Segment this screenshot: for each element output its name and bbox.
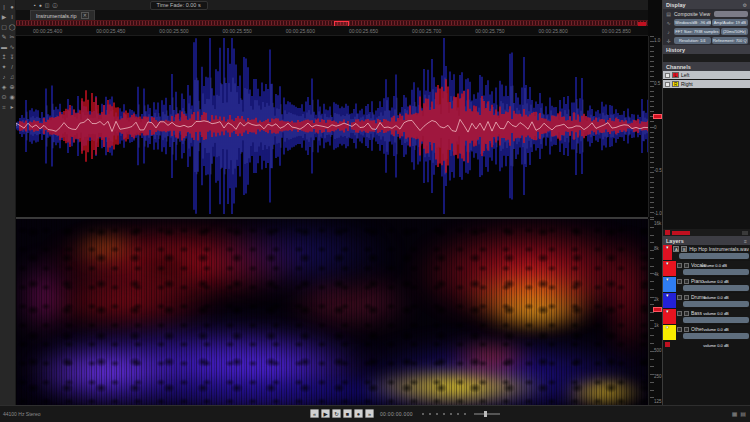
app-menu-icon[interactable]: ▪ [34,1,36,9]
layer-color-swatch[interactable]: ▾ [663,325,676,340]
file-color-swatch[interactable]: ▾ [663,245,672,260]
grid-tool-icon[interactable]: ⌗ [0,102,8,112]
ruler-tick [650,202,654,203]
info-icon[interactable]: ⓘ [53,1,58,9]
history-list[interactable] [663,54,750,62]
windows-db-button[interactable]: Windows/dB: -96 dB [674,19,711,26]
layer-volume-slider[interactable]: volume 0.0 dB [683,317,749,323]
note-icon[interactable]: ♪ [665,29,672,35]
marquee-tool-icon[interactable]: ▢ [0,22,8,32]
text-tool-icon[interactable]: I [8,12,16,22]
layer-row-piano[interactable]: ▾ Piano volume 0.0 dB [663,277,750,292]
scissors-tool-icon[interactable]: ✂ [8,32,16,42]
layer-volume-slider[interactable]: volume 0.0 dB [683,301,749,307]
time-label: 00:00:25.650 [349,28,378,34]
ruler-handle[interactable] [653,114,662,119]
layer-volume-slider[interactable]: volume 0.0 dB [683,333,749,339]
layer-color-swatch[interactable]: ▾ [663,309,676,324]
layer-solo-checkbox[interactable] [684,295,689,300]
chord-tool-icon[interactable]: ♫ [8,72,16,82]
layer-name: Piano [691,278,704,284]
slider-thumb[interactable] [484,411,487,417]
layer-row-vocals[interactable]: ▾ Vocals volume 0.0 dB [663,261,750,276]
resolution-button[interactable]: Resolution: 1/4 [674,37,711,44]
lasso-tool-icon[interactable]: ◯ [8,22,16,32]
file-volume-slider[interactable]: volume 0.0 dB [679,253,749,259]
record-dot-icon[interactable]: ● [39,1,42,9]
audition-tool-icon[interactable]: ◉ [8,92,16,102]
layer-color-swatch[interactable]: ▾ [663,293,676,308]
point-tool-icon[interactable]: ● [8,2,16,12]
channel-checkbox[interactable] [665,82,670,87]
layer-color-swatch[interactable]: ▾ [663,261,676,276]
layer-row-bass[interactable]: ▾ Bass volume 0.0 dB [663,309,750,324]
layer-mute-checkbox[interactable] [677,327,682,332]
stop-button[interactable]: ■ [343,409,352,418]
scroll-thumb[interactable] [742,231,748,235]
play-tool-icon[interactable]: ▸ [8,102,16,112]
fft-window-button[interactable]: (20ms/50Hz) [721,28,748,35]
channel-row-right[interactable]: R Right [663,80,750,88]
menu-icon[interactable]: ≡ [744,238,747,244]
layer-row-other[interactable]: ▾ Other volume 0.0 dB [663,325,750,340]
split-view-icon[interactable]: ◫ [45,1,50,9]
layer-mute-checkbox[interactable] [677,279,682,284]
list-view-icon[interactable]: ▤ [740,410,746,417]
layer-row-drums[interactable]: ▾ Drums volume 0.0 dB [663,293,750,308]
brush-tool-icon[interactable]: ✦ [0,62,8,72]
layer-volume-slider[interactable]: volume 0.0 dB [683,269,749,275]
monitor-icon[interactable]: ▤ [665,11,672,17]
eraser-tool-icon[interactable]: ▬ [0,42,8,52]
rewind-button[interactable]: « [310,409,319,418]
waveform-view[interactable] [16,36,648,217]
layer-solo-checkbox[interactable] [684,279,689,284]
focus-tool-icon[interactable]: ⊙ [0,92,8,102]
wave-tool-icon[interactable]: ∿ [8,42,16,52]
layer-solo-checkbox[interactable] [684,327,689,332]
layer-mute-checkbox[interactable] [677,311,682,316]
shift-down-tool-icon[interactable]: ↧ [8,52,16,62]
fft-size-button[interactable]: FFT Size: 7938 samples [674,28,720,35]
pencil-tool-icon[interactable]: ✎ [0,32,8,42]
zoom-tool-icon[interactable]: ⊕ [8,82,16,92]
layers-scroll-strip[interactable] [663,229,750,236]
slope-tool-icon[interactable]: / [8,62,16,72]
shift-up-tool-icon[interactable]: ↥ [0,52,8,62]
line-tool-icon[interactable]: | [0,2,8,12]
amplitude-ruler[interactable]: 1.00.50-0.5-1.0 [648,36,662,217]
source-file-row[interactable]: ▾ A B Hip Hop Instrumentals.wav volume 0… [663,245,750,260]
toggle-a-button[interactable]: A [673,246,679,252]
frequency-ruler[interactable]: 16k8k4k2k1k500250125 [648,219,662,405]
refinement-button[interactable]: Refinement: 700 Q [712,37,749,44]
hand-tool-icon[interactable]: ◈ [0,82,8,92]
tuning-icon[interactable]: ✛ [665,38,672,44]
note-tool-icon[interactable]: ♪ [0,72,8,82]
layer-mute-checkbox[interactable] [677,295,682,300]
cursor-tool-icon[interactable]: ▶ [0,12,8,22]
view-mode-dropdown[interactable] [714,11,748,17]
layer-volume-slider[interactable]: volume 0.0 dB [683,285,749,291]
timeline-ruler[interactable]: 00:00:25.400 00:00:25.450 00:00:25.500 0… [16,26,648,36]
record-button[interactable]: ● [354,409,363,418]
forward-button[interactable]: » [365,409,374,418]
channel-row-left[interactable]: L Left [663,71,750,79]
play-button[interactable]: ▶ [321,409,330,418]
amp-audio-button[interactable]: Amp/Audio: 19 dB [712,19,749,26]
layer-solo-checkbox[interactable] [684,311,689,316]
tab-instrumentals[interactable]: Instrumentals.rip ✕ [30,10,95,20]
time-fade-control[interactable]: Time Fade: 0.00 s [150,1,208,10]
gear-icon[interactable]: ⚙ [743,2,747,8]
toggle-b-button[interactable]: B [681,246,687,252]
layer-solo-checkbox[interactable] [684,263,689,268]
layer-mute-checkbox[interactable] [677,263,682,268]
loop-button[interactable]: ↻ [332,409,341,418]
grid-view-icon[interactable]: ▦ [732,410,738,417]
time-label: 00:00:25.500 [159,28,188,34]
ruler-handle[interactable] [653,307,662,312]
spectrogram-view[interactable] [16,219,648,405]
tab-close-icon[interactable]: ✕ [81,12,89,19]
layer-color-swatch[interactable]: ▾ [663,277,676,292]
channel-checkbox[interactable] [665,73,670,78]
playback-speed-slider[interactable] [474,413,500,415]
spectrum-icon[interactable]: ∿ [665,20,672,26]
